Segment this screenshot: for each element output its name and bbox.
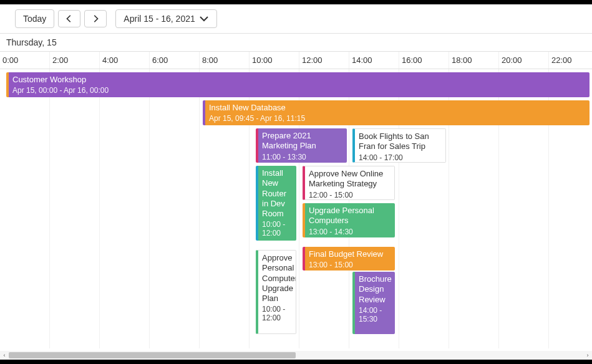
time-label: 12:00: [299, 52, 349, 69]
time-label: 0:00: [0, 52, 50, 69]
scroll-left-arrow[interactable]: ‹: [0, 351, 9, 360]
appointment-title: Install New Router in Dev Room: [262, 168, 293, 219]
time-label: 16:00: [399, 52, 449, 69]
time-label: 8:00: [200, 52, 250, 69]
appointment-time: 14:00 - 17:00: [359, 153, 442, 162]
time-label: 20:00: [499, 52, 549, 69]
prev-button[interactable]: [58, 10, 80, 27]
appointment-title: Final Budget Review: [309, 249, 391, 259]
timeline-grid: Customer WorkshopApr 15, 00:00 - Apr 16,…: [0, 69, 592, 348]
today-button[interactable]: Today: [15, 9, 54, 28]
horizontal-scrollbar[interactable]: ‹ ›: [0, 351, 592, 360]
appointment-time: 11:00 - 13:30: [262, 153, 343, 161]
appointment[interactable]: Install New Router in Dev Room10:00 - 12…: [256, 166, 296, 241]
chevron-right-icon: [91, 14, 100, 23]
next-button[interactable]: [84, 10, 107, 27]
appointment-time: 13:00 - 15:00: [309, 261, 391, 269]
appointment[interactable]: Book Flights to San Fran for Sales Trip1…: [352, 128, 446, 163]
appointment-time: Apr 15, 00:00 - Apr 16, 00:00: [12, 86, 586, 95]
appointment-time: 14:00 - 15:30: [359, 306, 391, 323]
scroll-right-arrow[interactable]: ›: [583, 351, 592, 360]
time-label: 14:00: [349, 52, 399, 69]
appointment-time: 10:00 - 12:00: [262, 220, 293, 237]
appointment-title: Approve Personal Computer Upgrade Plan: [262, 253, 292, 304]
time-label: 2:00: [50, 52, 100, 69]
toolbar: Today April 15 - 16, 2021: [0, 4, 592, 34]
time-label: 10:00: [250, 52, 299, 69]
chevron-left-icon: [65, 14, 74, 23]
time-label: 6:00: [150, 52, 200, 69]
appointment-time: Apr 15, 09:45 - Apr 16, 11:15: [209, 114, 586, 123]
appointment-title: Customer Workshop: [12, 75, 586, 85]
appointment[interactable]: Final Budget Review13:00 - 15:00: [303, 247, 395, 271]
time-label: 18:00: [449, 52, 499, 69]
appointment-title: Prepare 2021 Marketing Plan: [262, 131, 343, 151]
appointment[interactable]: Customer WorkshopApr 15, 00:00 - Apr 16,…: [6, 72, 590, 97]
appointment[interactable]: Brochure Design Review14:00 - 15:30: [352, 272, 395, 334]
day-header: Thursday, 15: [0, 34, 592, 52]
appointment-time: 10:00 - 12:00: [262, 305, 292, 322]
time-label: 22:00: [549, 52, 592, 69]
appointment-title: Upgrade Personal Computers: [309, 206, 391, 226]
appointment[interactable]: Prepare 2021 Marketing Plan11:00 - 13:30: [256, 128, 347, 163]
chevron-down-icon: [199, 14, 209, 24]
appointment[interactable]: Approve Personal Computer Upgrade Plan10…: [256, 250, 296, 334]
appointment[interactable]: Upgrade Personal Computers13:00 - 14:30: [303, 203, 395, 237]
date-range-label: April 15 - 16, 2021: [124, 14, 195, 24]
appointment-time: 13:00 - 14:30: [309, 228, 391, 236]
time-ruler: 0:002:004:006:008:0010:0012:0014:0016:00…: [0, 52, 592, 69]
appointment[interactable]: Approve New Online Marketing Strategy12:…: [303, 166, 395, 200]
appointment-title: Install New Database: [209, 103, 586, 113]
appointment-title: Book Flights to San Fran for Sales Trip: [359, 132, 442, 152]
scroll-thumb[interactable]: [9, 352, 296, 358]
appointment-time: 12:00 - 15:00: [309, 191, 391, 199]
date-range-picker[interactable]: April 15 - 16, 2021: [115, 9, 216, 28]
time-label: 4:00: [100, 52, 150, 69]
appointment-title: Approve New Online Marketing Strategy: [309, 169, 391, 189]
appointment[interactable]: Install New DatabaseApr 15, 09:45 - Apr …: [203, 100, 590, 125]
appointment-title: Brochure Design Review: [359, 274, 391, 305]
